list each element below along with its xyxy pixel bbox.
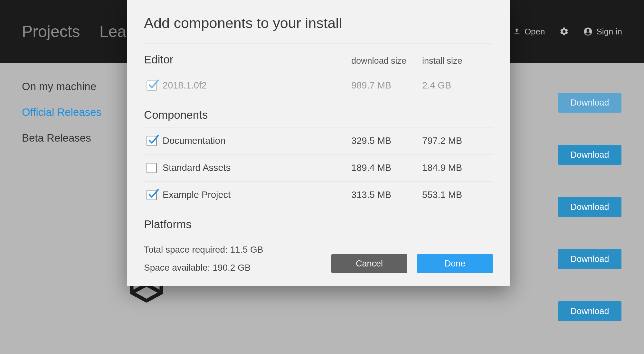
editor-row: 2018.1.0f2 989.7 MB 2.4 GB — [144, 72, 493, 99]
component-label: Example Project — [163, 190, 231, 200]
space-available-value: 190.2 GB — [213, 263, 251, 273]
column-header-download-size: download size — [351, 56, 422, 66]
cancel-button[interactable]: Cancel — [331, 254, 407, 273]
editor-section-header: Editor download size install size — [144, 43, 493, 72]
column-header-install-size: install size — [422, 56, 493, 66]
component-install-size: 797.2 MB — [422, 135, 493, 146]
sidebar-item-on-my-machine[interactable]: On my machine — [22, 80, 101, 93]
total-space-value: 11.5 GB — [230, 245, 263, 255]
download-button[interactable]: Download — [558, 197, 621, 217]
download-button[interactable]: Download — [558, 145, 621, 165]
topbar-tabs: Projects Lea — [22, 22, 126, 41]
space-info: Total space required: 11.5 GB Space avai… — [144, 245, 263, 273]
space-available-label: Space available: — [144, 263, 210, 273]
component-row-documentation: Documentation 329.5 MB 797.2 MB — [144, 127, 493, 154]
editor-version: 2018.1.0f2 — [163, 80, 207, 91]
section-title-editor: Editor — [144, 53, 351, 66]
component-checkbox-documentation[interactable] — [147, 136, 157, 146]
signin-button[interactable]: Sign in — [583, 27, 622, 37]
component-label: Standard Assets — [163, 163, 231, 173]
total-space-label: Total space required: — [144, 245, 228, 255]
open-button[interactable]: Open — [513, 27, 545, 37]
gear-icon — [559, 27, 569, 36]
section-title-components: Components — [144, 99, 493, 127]
modal-title: Add components to your install — [144, 15, 493, 43]
sidebar-item-official-releases[interactable]: Official Releases — [22, 106, 101, 118]
component-row-example-project: Example Project 313.5 MB 553.1 MB — [144, 181, 493, 208]
component-download-size: 313.5 MB — [351, 190, 422, 200]
component-install-size: 184.9 MB — [422, 163, 493, 173]
tab-projects[interactable]: Projects — [22, 22, 80, 41]
editor-checkbox — [147, 80, 157, 91]
component-checkbox-standard-assets[interactable] — [147, 163, 157, 173]
download-button[interactable]: Download — [558, 301, 621, 321]
account-icon — [583, 27, 593, 36]
checkmark-icon — [147, 134, 159, 146]
upload-icon — [513, 28, 521, 35]
done-button[interactable]: Done — [417, 254, 493, 273]
signin-label: Sign in — [597, 27, 622, 37]
add-components-modal: Add components to your install Editor do… — [127, 0, 510, 286]
modal-footer: Total space required: 11.5 GB Space avai… — [144, 245, 493, 273]
editor-download-size: 989.7 MB — [351, 80, 422, 91]
component-download-size: 329.5 MB — [351, 135, 422, 146]
checkmark-icon — [147, 79, 159, 90]
component-label: Documentation — [163, 135, 225, 146]
section-title-platforms: Platforms — [144, 208, 493, 233]
sidebar: On my machine Official Releases Beta Rel… — [22, 80, 101, 144]
settings-button[interactable] — [559, 27, 569, 36]
component-checkbox-example-project[interactable] — [147, 190, 157, 200]
topbar-right: Open Sign in — [513, 27, 622, 37]
tab-learn-partial[interactable]: Lea — [99, 22, 126, 41]
sidebar-item-beta-releases[interactable]: Beta Releases — [22, 132, 101, 144]
download-button[interactable]: Download — [558, 93, 621, 113]
download-button[interactable]: Download — [558, 249, 621, 269]
component-download-size: 189.4 MB — [351, 163, 422, 173]
open-label: Open — [525, 27, 545, 37]
component-row-standard-assets: Standard Assets 189.4 MB 184.9 MB — [144, 154, 493, 181]
download-button-column: Download Download Download Download Down… — [558, 93, 621, 321]
checkmark-icon — [147, 188, 159, 200]
editor-install-size: 2.4 GB — [422, 80, 493, 91]
component-install-size: 553.1 MB — [422, 190, 493, 200]
